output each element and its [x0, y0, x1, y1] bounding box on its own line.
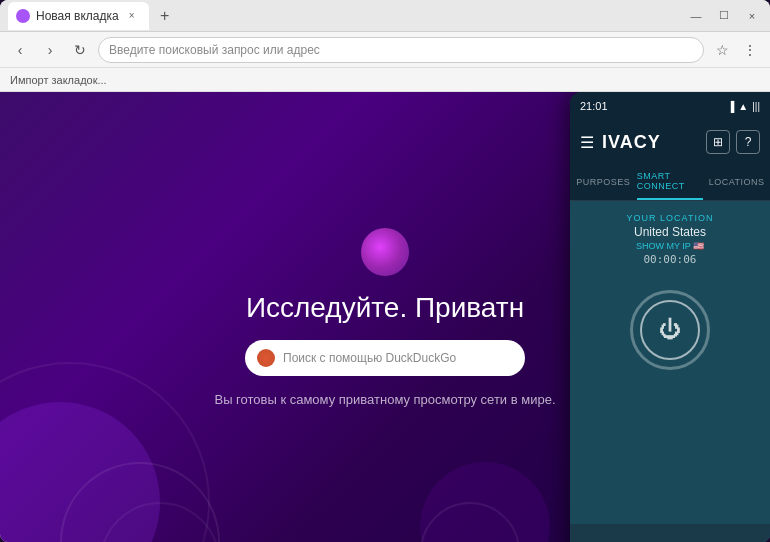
- vpn-brand: IVACY: [602, 132, 698, 153]
- tab-close-button[interactable]: ×: [125, 9, 139, 23]
- power-button-outer: ⏻: [630, 290, 710, 370]
- vpn-overlay: 21:01 ▐ ▲ ||| ☰ IVACY ⊞ ? PURPOSES SMA: [570, 92, 770, 542]
- tab-label: Новая вкладка: [36, 9, 119, 23]
- hamburger-menu-icon[interactable]: ☰: [580, 133, 594, 152]
- back-button[interactable]: ‹: [8, 38, 32, 62]
- battery-icon: ▐: [727, 101, 734, 112]
- forward-button[interactable]: ›: [38, 38, 62, 62]
- vpn-tabs: PURPOSES SMART CONNECT LOCATIONS: [570, 164, 770, 201]
- vpn-grid-icon[interactable]: ⊞: [706, 130, 730, 154]
- power-button[interactable]: ⏻: [640, 300, 700, 360]
- close-button[interactable]: ×: [742, 6, 762, 26]
- page-content: Исследуйте. Приватн Поиск с помощью Duck…: [0, 92, 770, 542]
- location-country: United States: [634, 225, 706, 239]
- page-title: Исследуйте. Приватн: [246, 292, 524, 324]
- power-icon: ⏻: [659, 317, 681, 343]
- vpn-status-bar: 21:01 ▐ ▲ |||: [570, 92, 770, 120]
- settings-icon[interactable]: ⋮: [738, 38, 762, 62]
- page-center: Исследуйте. Приватн Поиск с помощью Duck…: [214, 228, 555, 407]
- address-bar-text: Введите поисковый запрос или адрес: [109, 43, 693, 57]
- title-bar: Новая вкладка × + — ☐ ×: [0, 0, 770, 32]
- connected-status: Connected: [570, 534, 770, 542]
- window-controls: — ☐ ×: [686, 6, 762, 26]
- tab-favicon: [16, 9, 30, 23]
- browser-tab[interactable]: Новая вкладка ×: [8, 2, 149, 30]
- search-placeholder: Поиск с помощью DuckDuckGo: [283, 351, 513, 365]
- connected-section: Connected Connect To United States ›: [570, 524, 770, 542]
- bookmark-icon[interactable]: ☆: [710, 38, 734, 62]
- wifi-icon: ▲: [738, 101, 748, 112]
- power-button-container: ⏻: [630, 290, 710, 370]
- bookmarks-bar: Импорт закладок...: [0, 68, 770, 92]
- show-my-ip-link[interactable]: SHOW MY IP 🇺🇸: [636, 241, 704, 251]
- your-location-section: YOUR LOCATION United States SHOW MY IP 🇺…: [570, 201, 770, 274]
- duckduckgo-icon: [257, 349, 275, 367]
- vpn-help-icon[interactable]: ?: [736, 130, 760, 154]
- minimize-button[interactable]: —: [686, 6, 706, 26]
- vpn-time: 21:01: [580, 100, 608, 112]
- show-ip-text: SHOW MY IP: [636, 241, 691, 251]
- tab-locations[interactable]: LOCATIONS: [703, 164, 770, 200]
- vpn-header: ☰ IVACY ⊞ ?: [570, 120, 770, 164]
- maximize-button[interactable]: ☐: [714, 6, 734, 26]
- import-bookmarks[interactable]: Импорт закладок...: [10, 74, 107, 86]
- vpn-body: YOUR LOCATION United States SHOW MY IP 🇺…: [570, 201, 770, 542]
- nav-right-icons: ☆ ⋮: [710, 38, 762, 62]
- address-bar[interactable]: Введите поисковый запрос или адрес: [98, 37, 704, 63]
- new-tab-button[interactable]: +: [153, 4, 177, 28]
- ip-flag: 🇺🇸: [693, 241, 704, 251]
- tor-logo: [361, 228, 409, 276]
- vpn-header-icons: ⊞ ?: [706, 130, 760, 154]
- tab-purposes[interactable]: PURPOSES: [570, 164, 637, 200]
- browser-window: Новая вкладка × + — ☐ × ‹ › ↻ Введите по…: [0, 0, 770, 542]
- tab-smart-connect[interactable]: SMART CONNECT: [637, 164, 704, 200]
- refresh-button[interactable]: ↻: [68, 38, 92, 62]
- your-location-label: YOUR LOCATION: [627, 213, 714, 223]
- nav-bar: ‹ › ↻ Введите поисковый запрос или адрес…: [0, 32, 770, 68]
- search-container[interactable]: Поиск с помощью DuckDuckGo: [245, 340, 525, 376]
- signal-icon: |||: [752, 101, 760, 112]
- vpn-timer: 00:00:06: [644, 253, 697, 266]
- vpn-status-icons: ▐ ▲ |||: [727, 101, 760, 112]
- page-subtitle: Вы готовы к самому приватному просмотру …: [214, 392, 555, 407]
